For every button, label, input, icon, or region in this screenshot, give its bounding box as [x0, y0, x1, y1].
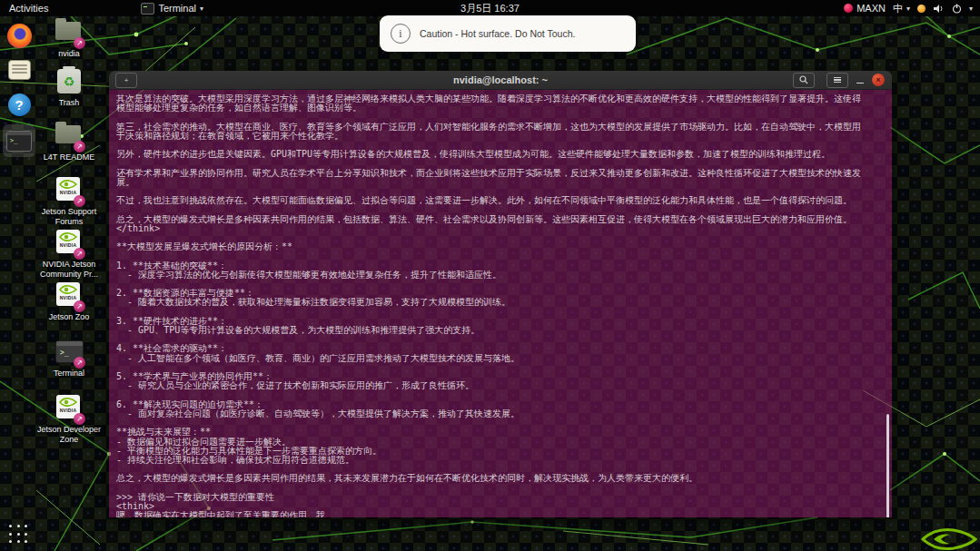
shortcut-arrow-icon: ↗: [74, 195, 85, 207]
input-method-label: 中: [893, 2, 903, 15]
desktop-icon-l4t-readme[interactable]: ↗ L4T README: [31, 122, 107, 162]
app-menu-label: Terminal: [158, 3, 196, 14]
files-icon: [8, 60, 31, 80]
terminal-line: - 面对复杂社会问题（如医疗诊断、自动驾驶等），大模型提供了解决方案，推动了其快…: [116, 409, 886, 418]
terminal-line: [116, 280, 886, 289]
terminal-line: 4. **社会需求的驱动**：: [116, 344, 886, 353]
firefox-icon: [7, 24, 32, 48]
desktop-icon-label: NVIDIA Jetson Community Pr...: [31, 260, 107, 280]
shortcut-arrow-icon: ↗: [74, 141, 85, 153]
power-mode-indicator[interactable]: MAXN: [844, 3, 886, 14]
dock-item-firefox[interactable]: [5, 21, 34, 50]
desktop-icon-label: Jetson Developer Zone: [31, 425, 107, 445]
desktop-icon-label: Jetson Zoo: [49, 312, 90, 322]
terminal-app-icon: [141, 3, 154, 15]
desktop-icon-label: Jetson Support Forums: [31, 207, 107, 227]
terminal-line: 总之，大模型的爆发式增长是多因素共同作用的结果，其未来发展潜力在于如何在不断优化…: [116, 474, 886, 483]
terminal-line: 1. **技术基础的突破**：: [116, 261, 886, 271]
terminal-line: 3. **硬件技术的进步**：: [116, 317, 886, 326]
terminal-line: 不过，我也注意到挑战依然存在。大模型可能面临数据偏见、过拟合等问题，这需要进一步…: [116, 196, 886, 205]
notification-toast[interactable]: i Caution - Hot surface. Do Not Touch.: [380, 15, 636, 52]
desktop-icon-nvidia[interactable]: ↗ nvidia: [31, 18, 107, 59]
new-tab-button[interactable]: +: [115, 73, 137, 88]
terminal-line: - 平衡模型的泛化能力与具体性能是下一步需要重点探索的方向。: [116, 447, 886, 456]
terminal-line: [116, 418, 886, 428]
power-icon: [952, 4, 962, 14]
shortcut-arrow-icon: ↗: [74, 300, 85, 312]
terminal-line: >>> 请你说一下数据对大模型的重要性: [116, 493, 886, 502]
trash-icon: ♻: [57, 69, 81, 93]
terminal-line: - 随着大数据技术的普及，获取和处理海量标注数据变得更加容易，支持了大规模模型的…: [116, 298, 886, 307]
terminal-line: 总之，大模型的爆发式增长是多种因素共同作用的结果，包括数据、算法、硬件、社会需求…: [116, 215, 886, 224]
terminal-line: 展。: [116, 178, 886, 187]
terminal-line: 第三，社会需求的推动。大模型在商业、医疗、教育等多个领域有广泛应用，人们对智能化…: [116, 123, 886, 132]
dock-item-files[interactable]: [5, 55, 34, 84]
scrollbar-thumb[interactable]: [886, 414, 889, 517]
terminal-line: 其次是算法的突破。大模型采用深度学习方法，通过多层神经网络来模拟人类大脑的某些功…: [116, 94, 886, 103]
chevron-down-icon: ▾: [906, 5, 910, 13]
terminal-line: [116, 141, 886, 150]
input-method-indicator[interactable]: 中 ▾: [893, 2, 910, 15]
activities-label: Activities: [9, 3, 48, 14]
close-button[interactable]: ×: [872, 74, 885, 86]
chevron-down-icon: ▾: [200, 5, 203, 13]
terminal-line: [116, 465, 886, 474]
terminal-line: 嗯，数据确实在大模型中起到了至关重要的作用。我: [116, 511, 886, 517]
help-icon: ?: [8, 93, 31, 116]
terminal-line: **大模型发展呈爆发式增长的原因分析：**: [116, 242, 886, 251]
terminal-line: - GPU、TPU等专用计算设备的大规模普及，为大模型的训练和推理提供了强大的支…: [116, 326, 886, 335]
terminal-icon: [6, 131, 32, 152]
activities-button[interactable]: Activities: [9, 3, 48, 14]
dock-item-help[interactable]: ?: [5, 90, 34, 119]
desktop-icon-jetson-developer-zone[interactable]: NVIDIA ↗ Jetson Developer Zone: [31, 394, 107, 445]
search-button[interactable]: [793, 73, 815, 88]
shortcut-arrow-icon: ↗: [74, 37, 85, 49]
desktop-icon-terminal[interactable]: ↗ Terminal: [31, 338, 107, 379]
terminal-line: - 研究人员与企业的紧密合作，促进了技术创新和实际应用的推广，形成了良性循环。: [116, 381, 886, 390]
terminal-output[interactable]: 其次是算法的突破。大模型采用深度学习方法，通过多层神经网络来模拟人类大脑的某些功…: [109, 90, 892, 517]
shortcut-arrow-icon: ↗: [74, 413, 85, 425]
desktop-icon-label: Terminal: [54, 369, 84, 379]
terminal-line: </think>: [116, 224, 886, 233]
system-menu-chevron-icon[interactable]: ▾: [969, 5, 973, 13]
power-mode-warning-icon: [844, 4, 853, 13]
desktop-icon-jetson-support-forums[interactable]: NVIDIA ↗ Jetson Support Forums: [31, 176, 107, 227]
window-title: nvidia@localhost: ~: [109, 74, 892, 85]
shortcut-arrow-icon: ↗: [74, 357, 85, 369]
terminal-line: 6. **解决现实问题的迫切需求**：: [116, 400, 886, 409]
desktop-icon-jetson-zoo[interactable]: NVIDIA ↗ Jetson Zoo: [31, 281, 107, 322]
terminal-window: + nvidia@localhost: ~ × 其次是算法的突破。大模型采用深度…: [109, 71, 892, 517]
notification-message: Caution - Hot surface. Do Not Touch.: [420, 28, 575, 39]
terminal-line: 于决策和路径规划；在教育领域，它被用来个性化教学。: [116, 132, 886, 141]
terminal-line: [116, 251, 886, 261]
power-mode-label: MAXN: [856, 3, 886, 14]
menu-button[interactable]: [827, 73, 848, 88]
search-icon: [799, 75, 808, 84]
terminal-line: [116, 335, 886, 344]
terminal-line: - 持续关注伦理和社会影响，确保技术应用符合道德规范。: [116, 456, 886, 465]
terminal-line: [116, 308, 886, 317]
desktop-icon-nvidia-jetson-community[interactable]: NVIDIA ↗ NVIDIA Jetson Community Pr...: [31, 229, 107, 280]
terminal-line: - 深度学习算法的优化与创新使得大模型能够更有效地处理复杂任务，提升了性能和适应…: [116, 271, 886, 280]
terminal-line: [116, 391, 886, 400]
hamburger-icon: [834, 77, 841, 84]
app-menu-terminal[interactable]: Terminal ▾: [141, 3, 203, 15]
terminal-line: - 数据偏见和过拟合问题需要进一步解决。: [116, 438, 886, 447]
terminal-line: 还有学术界和产业界的协同作用。研究人员在学术平台上分享知识和技术，而企业则将这些…: [116, 169, 886, 178]
terminal-titlebar[interactable]: + nvidia@localhost: ~ ×: [109, 71, 892, 90]
terminal-line: [116, 484, 886, 493]
desktop-icon-label: L4T README: [44, 153, 94, 162]
terminal-line: 2. **数据资源的丰富与便捷**：: [116, 289, 886, 298]
terminal-line: [116, 205, 886, 214]
top-bar: Activities Terminal ▾ 3月5日 16:37 MAXN 中 …: [0, 0, 980, 16]
desktop-icon-trash[interactable]: ♻ Trash: [31, 67, 107, 108]
desktop-icon-label: Trash: [59, 98, 80, 108]
shortcut-arrow-icon: ↗: [74, 248, 85, 260]
show-applications-button[interactable]: [9, 525, 29, 545]
terminal-line: <think>: [116, 502, 886, 511]
terminal-line: [116, 233, 886, 242]
terminal-line: **挑战与未来展望：**: [116, 428, 886, 437]
terminal-line: 模型能够处理更复杂的任务，如自然语言理解、图像识别等。: [116, 103, 886, 113]
minimize-button[interactable]: [854, 74, 866, 85]
info-icon: i: [391, 24, 411, 44]
